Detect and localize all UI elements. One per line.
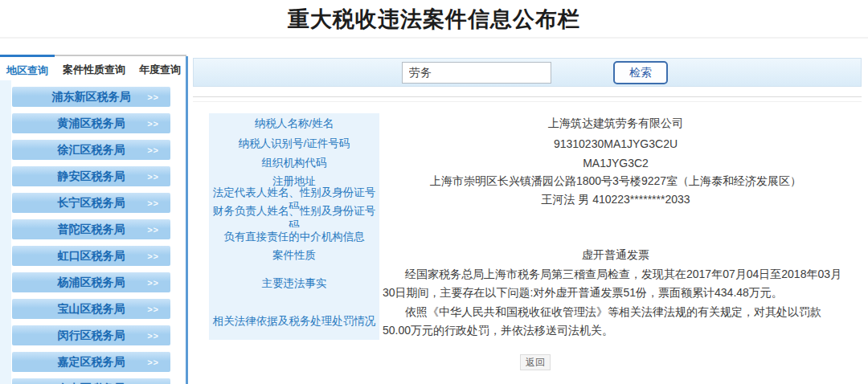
- bureau-label: 嘉定区税务局: [58, 355, 125, 370]
- bureau-label: 虹口区税务局: [58, 249, 125, 263]
- row-label: 组织机构代码: [209, 153, 379, 172]
- sidebar-item-jingan[interactable]: 静安区税务局>>: [12, 166, 170, 186]
- row-label: 主要违法事实: [209, 264, 379, 302]
- table-row: 纳税人识别号/证件号码91310230MA1JYG3C2U: [209, 133, 852, 153]
- row-value: 上海市崇明区长兴镇潘园公路1800号3号楼9227室（上海泰和经济发展区）: [379, 172, 852, 190]
- search-button[interactable]: 检索: [613, 61, 668, 84]
- bureau-label: 徐汇区税务局: [58, 143, 125, 157]
- row-value: 91310230MA1JYG3C2U: [379, 133, 852, 153]
- row-value: 依照《中华人民共和国税收征收管理法》等相关法律法规的有关规定，对其处以罚款50.…: [379, 302, 852, 340]
- double-chevron-right-icon: >>: [147, 251, 159, 261]
- tab-case-nature-query[interactable]: 案件性质查询: [55, 55, 133, 79]
- row-label: 纳税人识别号/证件号码: [209, 133, 379, 153]
- double-chevron-right-icon: >>: [147, 278, 159, 288]
- double-chevron-right-icon: >>: [147, 357, 159, 367]
- table-row: 案件性质虚开普通发票: [209, 246, 852, 264]
- table-row: 组织机构代码MA1JYG3C2: [209, 153, 852, 172]
- table-row: 财务负责人姓名、性别及身份证号码: [209, 209, 852, 227]
- bureau-label: 浦东新区税务局: [52, 90, 131, 104]
- sidebar-item-jiading[interactable]: 嘉定区税务局>>: [12, 352, 170, 372]
- search-input[interactable]: [402, 62, 551, 84]
- double-chevron-right-icon: >>: [147, 331, 159, 341]
- sidebar-item-hongkou[interactable]: 虹口区税务局>>: [12, 246, 170, 266]
- sidebar-right-divider: [186, 56, 188, 384]
- header-divider: [0, 37, 868, 39]
- bureau-label: 杨浦区税务局: [58, 276, 125, 290]
- sidebar-item-changning[interactable]: 长宁区税务局>>: [12, 193, 170, 213]
- row-value: 经国家税务总局上海市税务局第三稽查局检查，发现其在2017年07月04日至201…: [379, 264, 852, 302]
- sidebar-item-jinshan[interactable]: 金山区税务局>>: [12, 378, 170, 384]
- sidebar-tabs: 地区查询 案件性质查询 年度查询: [0, 55, 188, 79]
- row-value: 虚开普通发票: [379, 246, 852, 264]
- bureau-label: 闵行区税务局: [58, 329, 125, 343]
- row-value: 王河法 男 410223********2033: [379, 190, 852, 209]
- double-chevron-right-icon: >>: [147, 119, 159, 129]
- row-label: 财务负责人姓名、性别及身份证号码: [209, 209, 379, 227]
- sidebar-item-xuhui[interactable]: 徐汇区税务局>>: [12, 140, 170, 160]
- back-button[interactable]: 返回: [520, 354, 551, 370]
- row-value: 上海筑达建筑劳务有限公司: [379, 113, 852, 133]
- tab-year-query[interactable]: 年度查询: [133, 55, 186, 79]
- tab-region-query[interactable]: 地区查询: [0, 55, 55, 79]
- sidebar-item-putuo[interactable]: 普陀区税务局>>: [12, 219, 170, 239]
- row-label: 相关法律依据及税务处理处罚情况: [209, 302, 379, 340]
- bureau-label: 宝山区税务局: [58, 302, 125, 317]
- bureau-label: 静安区税务局: [58, 170, 125, 184]
- bureau-label: 金山区税务局: [58, 382, 125, 384]
- table-row: 纳税人名称/姓名上海筑达建筑劳务有限公司: [209, 113, 852, 133]
- bureau-label: 普陀区税务局: [58, 223, 125, 237]
- sidebar-item-yangpu[interactable]: 杨浦区税务局>>: [12, 272, 170, 292]
- double-chevron-right-icon: >>: [147, 172, 159, 182]
- row-label: 负有直接责任的中介机构信息: [209, 227, 379, 246]
- double-chevron-right-icon: >>: [147, 92, 159, 102]
- sidebar-item-baoshan[interactable]: 宝山区税务局>>: [12, 299, 170, 319]
- row-value: MA1JYG3C2: [379, 153, 852, 172]
- case-detail-table: 纳税人名称/姓名上海筑达建筑劳务有限公司 纳税人识别号/证件号码91310230…: [209, 113, 852, 340]
- sidebar-item-minhang[interactable]: 闵行区税务局>>: [12, 325, 170, 345]
- sidebar-item-pudong[interactable]: 浦东新区税务局>>: [12, 87, 170, 107]
- row-value: [379, 227, 852, 246]
- bureau-label: 长宁区税务局: [58, 196, 125, 210]
- case-detail-panel: 纳税人名称/姓名上海筑达建筑劳务有限公司 纳税人识别号/证件号码91310230…: [193, 96, 862, 384]
- double-chevron-right-icon: >>: [147, 145, 159, 155]
- sidebar-left-strip: [0, 80, 11, 384]
- double-chevron-right-icon: >>: [147, 198, 159, 208]
- bureau-label: 黄浦区税务局: [58, 116, 125, 131]
- table-row: 主要违法事实经国家税务总局上海市税务局第三稽查局检查，发现其在2017年07月0…: [209, 264, 852, 302]
- bureau-list: 浦东新区税务局>> 黄浦区税务局>> 徐汇区税务局>> 静安区税务局>> 长宁区…: [12, 87, 170, 384]
- double-chevron-right-icon: >>: [147, 304, 159, 314]
- table-row: 相关法律依据及税务处理处罚情况依照《中华人民共和国税收征收管理法》等相关法律法规…: [209, 302, 852, 340]
- sidebar-item-huangpu[interactable]: 黄浦区税务局>>: [12, 113, 170, 133]
- sidebar: 地区查询 案件性质查询 年度查询 浦东新区税务局>> 黄浦区税务局>> 徐汇区税…: [0, 55, 188, 384]
- row-label: 纳税人名称/姓名: [209, 113, 379, 133]
- row-value: [379, 209, 852, 227]
- table-row: 负有直接责任的中介机构信息: [209, 227, 852, 246]
- double-chevron-right-icon: >>: [147, 225, 159, 235]
- search-bar: 检索: [193, 58, 862, 87]
- row-label: 案件性质: [209, 246, 379, 264]
- page-title: 重大税收违法案件信息公布栏: [0, 5, 868, 34]
